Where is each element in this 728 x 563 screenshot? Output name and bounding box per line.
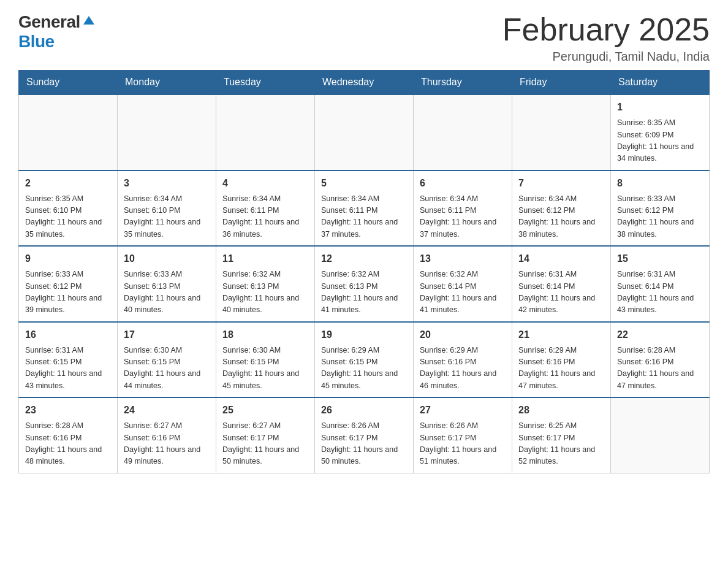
- calendar-cell: 5Sunrise: 6:34 AM Sunset: 6:11 PM Daylig…: [315, 170, 414, 247]
- calendar-cell: 22Sunrise: 6:28 AM Sunset: 6:16 PM Dayli…: [611, 322, 710, 398]
- day-info: Sunrise: 6:31 AM Sunset: 6:15 PM Dayligh…: [25, 345, 111, 393]
- weekday-header-saturday: Saturday: [611, 71, 710, 95]
- day-number: 18: [222, 327, 308, 342]
- day-info: Sunrise: 6:33 AM Sunset: 6:12 PM Dayligh…: [25, 269, 111, 316]
- day-number: 28: [518, 403, 604, 418]
- day-info: Sunrise: 6:26 AM Sunset: 6:17 PM Dayligh…: [420, 420, 506, 468]
- calendar-cell: [414, 94, 512, 170]
- day-info: Sunrise: 6:30 AM Sunset: 6:15 PM Dayligh…: [124, 345, 210, 393]
- calendar-cell: 21Sunrise: 6:29 AM Sunset: 6:16 PM Dayli…: [512, 322, 611, 398]
- day-number: 16: [25, 327, 111, 342]
- day-info: Sunrise: 6:34 AM Sunset: 6:12 PM Dayligh…: [518, 193, 604, 241]
- day-info: Sunrise: 6:29 AM Sunset: 6:15 PM Dayligh…: [321, 345, 407, 393]
- day-number: 1: [617, 100, 703, 115]
- day-info: Sunrise: 6:35 AM Sunset: 6:10 PM Dayligh…: [25, 193, 111, 241]
- day-number: 20: [420, 327, 506, 342]
- calendar-cell: [118, 94, 216, 170]
- day-number: 19: [321, 327, 407, 342]
- title-block: February 2025 Perungudi, Tamil Nadu, Ind…: [502, 12, 710, 64]
- calendar-cell: 1Sunrise: 6:35 AM Sunset: 6:09 PM Daylig…: [611, 94, 710, 170]
- day-info: Sunrise: 6:32 AM Sunset: 6:13 PM Dayligh…: [222, 269, 308, 316]
- day-number: 14: [518, 251, 604, 266]
- day-number: 7: [518, 176, 604, 191]
- day-number: 13: [420, 251, 506, 266]
- calendar-cell: [19, 94, 118, 170]
- calendar-cell: [512, 94, 611, 170]
- day-number: 8: [617, 176, 703, 191]
- weekday-header-tuesday: Tuesday: [216, 71, 315, 95]
- calendar-cell: 3Sunrise: 6:34 AM Sunset: 6:10 PM Daylig…: [118, 170, 216, 247]
- day-number: 4: [222, 176, 308, 191]
- weekday-header-sunday: Sunday: [19, 71, 118, 95]
- day-number: 15: [617, 251, 703, 266]
- day-info: Sunrise: 6:34 AM Sunset: 6:11 PM Dayligh…: [321, 193, 407, 241]
- calendar-cell: 16Sunrise: 6:31 AM Sunset: 6:15 PM Dayli…: [19, 322, 118, 398]
- day-info: Sunrise: 6:31 AM Sunset: 6:14 PM Dayligh…: [518, 269, 604, 316]
- calendar-cell: 24Sunrise: 6:27 AM Sunset: 6:16 PM Dayli…: [118, 397, 216, 473]
- day-number: 22: [617, 327, 703, 342]
- day-number: 2: [25, 176, 111, 191]
- day-info: Sunrise: 6:30 AM Sunset: 6:15 PM Dayligh…: [222, 345, 308, 393]
- calendar-cell: 25Sunrise: 6:27 AM Sunset: 6:17 PM Dayli…: [216, 397, 315, 473]
- calendar-cell: 11Sunrise: 6:32 AM Sunset: 6:13 PM Dayli…: [216, 246, 315, 322]
- day-number: 17: [124, 327, 210, 342]
- calendar-cell: 19Sunrise: 6:29 AM Sunset: 6:15 PM Dayli…: [315, 322, 414, 398]
- weekday-row: SundayMondayTuesdayWednesdayThursdayFrid…: [19, 71, 710, 95]
- day-number: 5: [321, 176, 407, 191]
- day-number: 26: [321, 403, 407, 418]
- day-info: Sunrise: 6:32 AM Sunset: 6:14 PM Dayligh…: [420, 269, 506, 316]
- day-info: Sunrise: 6:35 AM Sunset: 6:09 PM Dayligh…: [617, 117, 703, 165]
- calendar-cell: 7Sunrise: 6:34 AM Sunset: 6:12 PM Daylig…: [512, 170, 611, 247]
- day-number: 24: [124, 403, 210, 418]
- logo-blue-text: Blue: [18, 32, 55, 52]
- weekday-header-friday: Friday: [512, 71, 611, 95]
- calendar-header: SundayMondayTuesdayWednesdayThursdayFrid…: [19, 71, 710, 95]
- calendar-cell: 20Sunrise: 6:29 AM Sunset: 6:16 PM Dayli…: [414, 322, 512, 398]
- calendar-week-3: 9Sunrise: 6:33 AM Sunset: 6:12 PM Daylig…: [19, 246, 710, 322]
- day-number: 11: [222, 251, 308, 266]
- calendar-cell: 17Sunrise: 6:30 AM Sunset: 6:15 PM Dayli…: [118, 322, 216, 398]
- day-info: Sunrise: 6:31 AM Sunset: 6:14 PM Dayligh…: [617, 269, 703, 316]
- weekday-header-monday: Monday: [118, 71, 216, 95]
- calendar-cell: 12Sunrise: 6:32 AM Sunset: 6:13 PM Dayli…: [315, 246, 414, 322]
- calendar-cell: 23Sunrise: 6:28 AM Sunset: 6:16 PM Dayli…: [19, 397, 118, 473]
- calendar: SundayMondayTuesdayWednesdayThursdayFrid…: [18, 70, 710, 473]
- day-number: 10: [124, 251, 210, 266]
- day-number: 23: [25, 403, 111, 418]
- calendar-cell: 6Sunrise: 6:34 AM Sunset: 6:11 PM Daylig…: [414, 170, 512, 247]
- day-info: Sunrise: 6:26 AM Sunset: 6:17 PM Dayligh…: [321, 420, 407, 468]
- logo-triangle-icon: [83, 16, 94, 25]
- page: General Blue February 2025 Perungudi, Ta…: [0, 0, 728, 486]
- calendar-cell: 18Sunrise: 6:30 AM Sunset: 6:15 PM Dayli…: [216, 322, 315, 398]
- month-title: February 2025: [502, 12, 710, 47]
- calendar-week-5: 23Sunrise: 6:28 AM Sunset: 6:16 PM Dayli…: [19, 397, 710, 473]
- day-number: 25: [222, 403, 308, 418]
- day-info: Sunrise: 6:27 AM Sunset: 6:16 PM Dayligh…: [124, 420, 210, 468]
- calendar-cell: 14Sunrise: 6:31 AM Sunset: 6:14 PM Dayli…: [512, 246, 611, 322]
- day-info: Sunrise: 6:32 AM Sunset: 6:13 PM Dayligh…: [321, 269, 407, 316]
- calendar-cell: 15Sunrise: 6:31 AM Sunset: 6:14 PM Dayli…: [611, 246, 710, 322]
- day-info: Sunrise: 6:33 AM Sunset: 6:12 PM Dayligh…: [617, 193, 703, 241]
- calendar-cell: 26Sunrise: 6:26 AM Sunset: 6:17 PM Dayli…: [315, 397, 414, 473]
- header: General Blue February 2025 Perungudi, Ta…: [18, 12, 710, 64]
- day-number: 6: [420, 176, 506, 191]
- day-number: 12: [321, 251, 407, 266]
- day-number: 9: [25, 251, 111, 266]
- day-info: Sunrise: 6:29 AM Sunset: 6:16 PM Dayligh…: [420, 345, 506, 393]
- calendar-cell: 27Sunrise: 6:26 AM Sunset: 6:17 PM Dayli…: [414, 397, 512, 473]
- calendar-cell: 13Sunrise: 6:32 AM Sunset: 6:14 PM Dayli…: [414, 246, 512, 322]
- calendar-week-2: 2Sunrise: 6:35 AM Sunset: 6:10 PM Daylig…: [19, 170, 710, 247]
- day-number: 27: [420, 403, 506, 418]
- calendar-cell: [315, 94, 414, 170]
- calendar-cell: [216, 94, 315, 170]
- logo: General Blue: [18, 12, 94, 52]
- day-info: Sunrise: 6:34 AM Sunset: 6:11 PM Dayligh…: [222, 193, 308, 241]
- logo-general-text: General: [18, 12, 80, 32]
- calendar-cell: 10Sunrise: 6:33 AM Sunset: 6:13 PM Dayli…: [118, 246, 216, 322]
- calendar-body: 1Sunrise: 6:35 AM Sunset: 6:09 PM Daylig…: [19, 94, 710, 473]
- day-number: 3: [124, 176, 210, 191]
- day-info: Sunrise: 6:28 AM Sunset: 6:16 PM Dayligh…: [25, 420, 111, 468]
- calendar-cell: [611, 397, 710, 473]
- calendar-cell: 9Sunrise: 6:33 AM Sunset: 6:12 PM Daylig…: [19, 246, 118, 322]
- day-info: Sunrise: 6:27 AM Sunset: 6:17 PM Dayligh…: [222, 420, 308, 468]
